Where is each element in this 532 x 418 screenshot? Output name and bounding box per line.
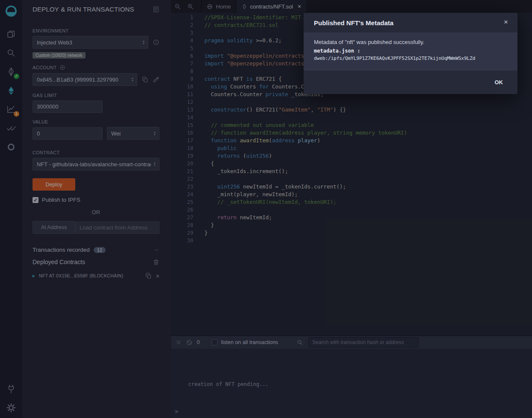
modal-body: Metadata of "nft" was published successf… [304, 32, 517, 71]
modal-header: Published NFT's Metadata × [304, 13, 517, 32]
metadata-file-label: metadata.json : [314, 48, 507, 54]
remix-app: ✓ 1 DEPLOY & RUN TRANSACTIONS [0, 0, 532, 418]
modal-title: Published NFT's Metadata [314, 19, 393, 26]
modal-message: Metadata of "nft" was published successf… [314, 39, 507, 45]
ok-button[interactable]: OK [491, 77, 508, 88]
close-icon[interactable]: × [501, 18, 511, 26]
ipfs-url[interactable]: dweb:/ipfs/QmYL9P1Z7KE6AQvKJPFF52SX1p2TE… [314, 56, 507, 61]
modal-footer: OK [304, 71, 517, 94]
publish-metadata-modal: Published NFT's Metadata × Metadata of "… [304, 13, 517, 94]
